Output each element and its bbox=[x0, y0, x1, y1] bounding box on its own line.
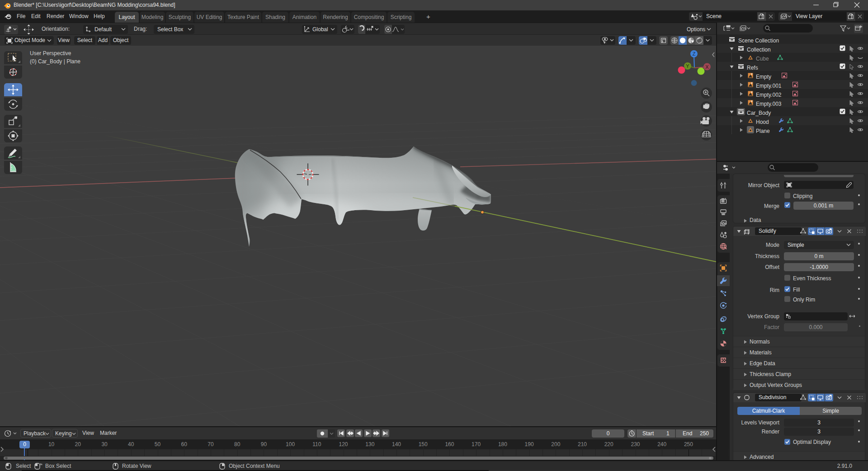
svg-text:Z: Z bbox=[693, 51, 696, 57]
svg-text:Y: Y bbox=[686, 63, 689, 69]
svg-text:X: X bbox=[705, 64, 709, 70]
